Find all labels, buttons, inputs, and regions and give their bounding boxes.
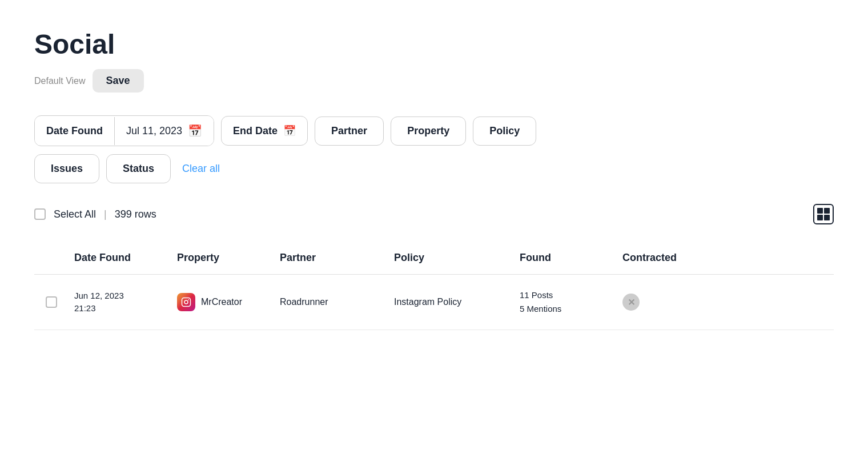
header-policy: Policy <box>388 247 514 268</box>
select-all-label: Select All <box>54 208 96 220</box>
calendar-icon: 📅 <box>188 124 202 138</box>
select-all-row: Select All | 399 rows <box>34 204 834 224</box>
pipe-divider: | <box>104 208 107 220</box>
header-partner: Partner <box>274 247 388 268</box>
row-checkbox[interactable] <box>34 293 69 311</box>
header-checkbox-col <box>34 254 69 263</box>
contracted-status-icon: ✕ <box>622 294 640 311</box>
cell-partner: Roadrunner <box>274 294 388 311</box>
select-all-checkbox[interactable] <box>34 208 46 220</box>
date-found-filter[interactable]: Date Found Jul 11, 2023 📅 <box>34 115 214 146</box>
svg-point-1 <box>184 300 188 304</box>
header-property: Property <box>171 247 274 268</box>
property-filter-button[interactable]: Property <box>391 116 466 146</box>
page-title: Social <box>34 29 834 60</box>
cell-found: 11 Posts 5 Mentions <box>514 285 617 319</box>
policy-filter-button[interactable]: Policy <box>473 116 536 146</box>
property-cell-content: MrCreator <box>177 293 268 311</box>
rows-count: 399 rows <box>115 208 156 220</box>
filters-row-1: Date Found Jul 11, 2023 📅 End Date 📅 Par… <box>34 115 834 146</box>
filters-row-2: Issues Status Clear all <box>34 154 834 183</box>
cell-property: MrCreator <box>171 290 274 315</box>
cell-date-found: Jun 12, 2023 21:23 <box>69 286 171 319</box>
partner-filter-button[interactable]: Partner <box>315 116 384 146</box>
issues-filter-button[interactable]: Issues <box>34 154 99 183</box>
view-row: Default View Save <box>34 69 834 93</box>
column-layout-button[interactable] <box>813 204 834 224</box>
clear-all-button[interactable]: Clear all <box>178 163 224 175</box>
cell-contracted: ✕ <box>617 290 731 314</box>
calendar-icon-end: 📅 <box>283 124 296 137</box>
header-contracted: Contracted <box>617 247 731 268</box>
save-button[interactable]: Save <box>93 69 144 93</box>
default-view-label: Default View <box>34 76 86 86</box>
svg-point-2 <box>188 299 189 300</box>
instagram-icon <box>177 293 195 311</box>
date-found-value[interactable]: Jul 11, 2023 📅 <box>115 116 214 146</box>
status-filter-button[interactable]: Status <box>106 154 171 183</box>
table-header: Date Found Property Partner Policy Found… <box>34 242 834 275</box>
date-found-label: Date Found <box>35 117 115 145</box>
svg-rect-0 <box>182 298 191 307</box>
column-layout-icon <box>817 208 830 220</box>
header-found: Found <box>514 247 617 268</box>
header-date-found: Date Found <box>69 247 171 268</box>
row-select-checkbox[interactable] <box>46 296 57 308</box>
end-date-filter[interactable]: End Date 📅 <box>221 116 308 146</box>
table-row: Jun 12, 2023 21:23 MrCreator Roadrunner … <box>34 275 834 330</box>
cell-policy: Instagram Policy <box>388 294 514 311</box>
